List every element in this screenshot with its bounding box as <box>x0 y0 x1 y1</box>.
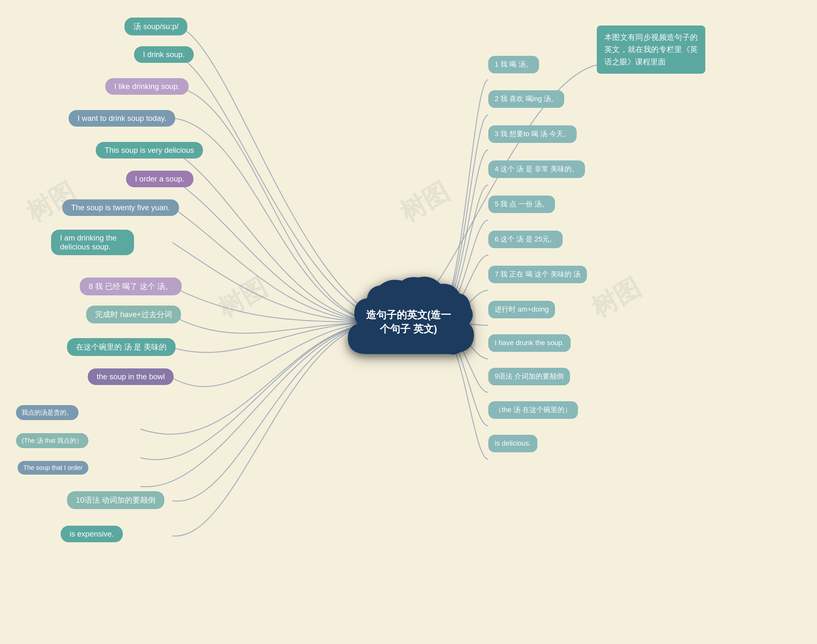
node-r7-text: 7 我 正在 喝 这个 美味的 汤 <box>488 266 587 283</box>
node-l15-text: The soup that I order <box>18 461 88 475</box>
node-l7-text: The soup is twenty five yuan. <box>62 199 179 216</box>
node-r5-text: 5 我 点 一份 汤。 <box>488 196 555 213</box>
center-node-text: 造句子的英文(造一个句子 英文) <box>364 308 453 336</box>
node-r12-text: is delicious. <box>488 435 538 452</box>
mind-map: 造句子的英文(造一个句子 英文) 本图文有同步视频造句子的英文，就在我的专栏里《… <box>0 0 817 644</box>
node-l17-text: is expensive. <box>61 526 123 542</box>
node-l14-text: (The 汤 that 我点的） <box>16 433 88 448</box>
info-text: 本图文有同步视频造句子的英文，就在我的专栏里《英语之眼》课程里面 <box>597 26 705 74</box>
node-l1-text: 汤 soup/su:p/ <box>124 18 187 35</box>
node-r10-text: 9语法 介词加的要颠倒 <box>488 368 570 385</box>
node-l10-text: 完成时 have+过去分词 <box>86 305 181 324</box>
node-l9-text: 8 我 已经 喝了 这个 汤。 <box>80 278 181 295</box>
node-l11-text: 在这个碗里的 汤 是 美味的 <box>67 338 175 356</box>
node-l4-text: I want to drink soup today. <box>69 110 175 127</box>
node-l3-text: I like drinking soup. <box>105 78 189 95</box>
node-l13-text: 我点的汤是贵的。 <box>16 405 78 420</box>
node-r6-text: 6 这个 汤 是 25元。 <box>488 231 563 248</box>
node-l2-text: I drink soup. <box>134 46 194 63</box>
node-r1-text: 1 我 喝 汤。 <box>488 56 539 74</box>
watermark-2: 树图 <box>212 270 273 326</box>
node-l8-text: I am drinking the delicious soup. <box>51 230 134 255</box>
node-r8-text: 进行时 am+doing <box>488 301 555 318</box>
node-r2-text: 2 我 喜欢 喝ing 汤。 <box>488 90 564 108</box>
watermark-4: 树图 <box>585 270 647 326</box>
node-l12-text: the soup in the bowl <box>88 368 174 385</box>
node-l16-text: 10语法 动词加的要颠倒 <box>67 491 164 509</box>
node-l5-text: This soup is very delicious <box>96 142 203 158</box>
node-r11-text: （the 汤 在这个碗里的） <box>488 401 578 419</box>
center-node: 造句子的英文(造一个句子 英文) <box>341 271 476 373</box>
watermark-3: 树图 <box>394 175 455 230</box>
node-l6-text: I order a soup. <box>126 171 194 187</box>
node-r9-text: I have drunk the soup. <box>488 334 571 352</box>
node-r4-text: 4 这个 汤 是 非常 美味的。 <box>488 161 585 178</box>
node-r3-text: 3 我 想要to 喝 汤 今天。 <box>488 125 577 143</box>
